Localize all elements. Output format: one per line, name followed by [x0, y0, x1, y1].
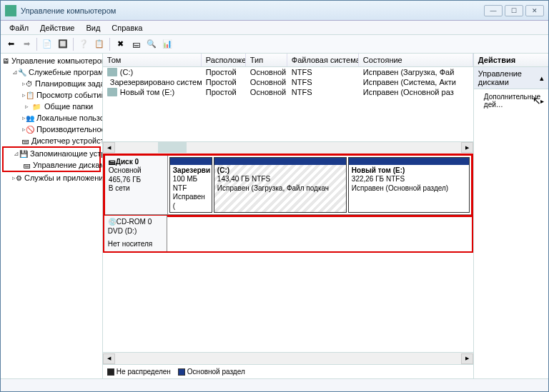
action-more[interactable]: Дополнительные дей…▸↖ — [474, 89, 548, 112]
cdrom-highlight: 💿CD-ROM 0 DVD (D:) Нет носителя — [103, 216, 473, 253]
tree-pane: 🖥Управление компьютером (л ⊿🔧Служебные п… — [1, 54, 103, 378]
menu-view[interactable]: Вид — [80, 22, 106, 34]
scroll-thumb[interactable] — [158, 142, 187, 153]
disk0-info[interactable]: 🖴Диск 0 Основной 465,76 ГБ В сети — [105, 156, 168, 215]
legend: Не распределен Основной раздел — [103, 364, 473, 378]
scroll-left[interactable]: ◀ — [103, 142, 115, 153]
middle-pane: Том Расположение Тип Файловая система Со… — [103, 54, 474, 378]
partition[interactable]: Зарезерви100 МБ NTFИсправен ( — [169, 157, 212, 213]
scroll-left2[interactable]: ◀ — [103, 353, 115, 364]
toolbar: ⬅ ➡ 📄 🔲 ❔ 📋 ✖ 🖴 🔍 📊 — [1, 35, 548, 54]
menu-action[interactable]: Действие — [34, 22, 80, 34]
volume-icon — [107, 68, 117, 76]
actions-header: Действия — [474, 54, 548, 67]
tree-event-viewer[interactable]: ▹📋Просмотр событий — [2, 89, 101, 101]
partitions: Зарезерви100 МБ NTFИсправен ((C:)143,40 … — [168, 156, 471, 215]
close-button[interactable]: ✕ — [525, 5, 544, 16]
legend-unallocated-label: Не распределен — [117, 368, 171, 376]
col-volume[interactable]: Том — [103, 54, 202, 66]
tree-local-users[interactable]: ▹👥Локальные пользовател — [2, 112, 101, 124]
cdrom-row: 💿CD-ROM 0 DVD (D:) Нет носителя — [104, 216, 472, 251]
tree-services-apps[interactable]: ▹⚙Службы и приложения — [2, 172, 101, 184]
volume-header: Том Расположение Тип Файловая система Со… — [103, 54, 473, 67]
forward-button[interactable]: ➡ — [19, 37, 34, 51]
col-state[interactable]: Состояние — [359, 54, 473, 66]
maximize-button[interactable]: ☐ — [505, 5, 523, 16]
table-row[interactable]: (C:)ПростойОсновнойNTFSИсправен (Загрузк… — [103, 67, 473, 77]
scroll-right[interactable]: ▶ — [461, 142, 473, 153]
table-row[interactable]: Зарезервировано системойПростойОсновнойN… — [103, 77, 473, 87]
col-type[interactable]: Тип — [246, 54, 287, 66]
view-button[interactable]: 📋 — [92, 37, 107, 51]
refresh-button[interactable]: 🔲 — [56, 37, 70, 51]
tree-storage[interactable]: ⊿💾Запоминающие устройст — [4, 148, 99, 159]
help-button[interactable]: ❔ — [76, 37, 91, 51]
volume-body: (C:)ПростойОсновнойNTFSИсправен (Загрузк… — [103, 67, 473, 141]
tree-device-manager[interactable]: 🖴Диспетчер устройств — [2, 135, 101, 146]
volume-list: Том Расположение Тип Файловая система Со… — [103, 54, 473, 154]
legend-unallocated-swatch — [107, 368, 114, 376]
app-icon — [5, 5, 16, 16]
disk-map-highlight: 🖴Диск 0 Основной 465,76 ГБ В сети Зарезе… — [103, 154, 473, 218]
partition[interactable]: (C:)143,40 ГБ NTFSИсправен (Загрузка, Фа… — [214, 157, 347, 213]
menu-file[interactable]: Файл — [4, 22, 34, 34]
tool-a-button[interactable]: ✖ — [113, 37, 127, 51]
volume-icon — [107, 88, 117, 96]
col-layout[interactable]: Расположение — [202, 54, 246, 66]
hscrollbar2[interactable]: ◀ ▶ — [103, 352, 473, 364]
cdrom-info[interactable]: 💿CD-ROM 0 DVD (D:) Нет носителя — [104, 216, 167, 251]
tree-task-scheduler[interactable]: ▹⏱Планировщик заданий — [2, 78, 101, 89]
window-title: Управление компьютером — [21, 6, 484, 15]
disk-icon: 🖴 — [109, 158, 116, 166]
content: 🖥Управление компьютером (л ⊿🔧Служебные п… — [1, 54, 548, 378]
props-button[interactable]: 📄 — [40, 37, 54, 51]
legend-primary-label: Основной раздел — [187, 368, 245, 376]
titlebar: Управление компьютером — ☐ ✕ — [1, 1, 548, 21]
tool-c-button[interactable]: 🔍 — [144, 37, 159, 51]
statusbar — [1, 378, 548, 391]
col-filesystem[interactable]: Файловая система — [287, 54, 359, 66]
tree-disk-management[interactable]: 🖴Управление дисками — [4, 159, 99, 171]
window: Управление компьютером — ☐ ✕ Файл Действ… — [0, 0, 549, 392]
tree-highlight: ⊿💾Запоминающие устройст 🖴Управление диск… — [2, 146, 101, 172]
tree-performance[interactable]: ▹🚫Производительность — [2, 124, 101, 135]
tree-sys-label: Служебные программы — [29, 68, 103, 76]
tree-root[interactable]: 🖥Управление компьютером (л — [2, 55, 101, 66]
cdrom-icon: 💿 — [108, 218, 117, 226]
hscrollbar[interactable]: ◀ ▶ — [103, 141, 473, 154]
disk-row: 🖴Диск 0 Основной 465,76 ГБ В сети Зарезе… — [105, 156, 471, 216]
minimize-button[interactable]: — — [484, 5, 503, 16]
cdrom-empty — [167, 216, 472, 251]
menu-help[interactable]: Справка — [106, 22, 148, 34]
tree-system-tools[interactable]: ⊿🔧Служебные программы — [2, 66, 101, 78]
tree-shared-folders[interactable]: ▹📁Общие папки — [2, 101, 101, 112]
tool-d-button[interactable]: 📊 — [160, 37, 174, 51]
collapse-icon: ▴ — [540, 74, 544, 83]
back-button[interactable]: ⬅ — [4, 37, 18, 51]
tool-b-button[interactable]: 🖴 — [129, 37, 143, 51]
action-disk-management[interactable]: Управление дисками▴ — [474, 67, 548, 89]
legend-primary-swatch — [178, 368, 185, 376]
partition[interactable]: Новый том (E:)322,26 ГБ NTFSИсправен (Ос… — [348, 157, 470, 213]
table-row[interactable]: Новый том (E:)ПростойОсновнойNTFSИсправе… — [103, 87, 473, 97]
scroll-right2[interactable]: ▶ — [461, 353, 473, 364]
cursor-icon: ↖ — [533, 95, 541, 106]
menubar: Файл Действие Вид Справка — [1, 21, 548, 35]
tree-root-label: Управление компьютером (л — [11, 56, 103, 65]
actions-pane: Действия Управление дисками▴ Дополнитель… — [474, 54, 548, 378]
